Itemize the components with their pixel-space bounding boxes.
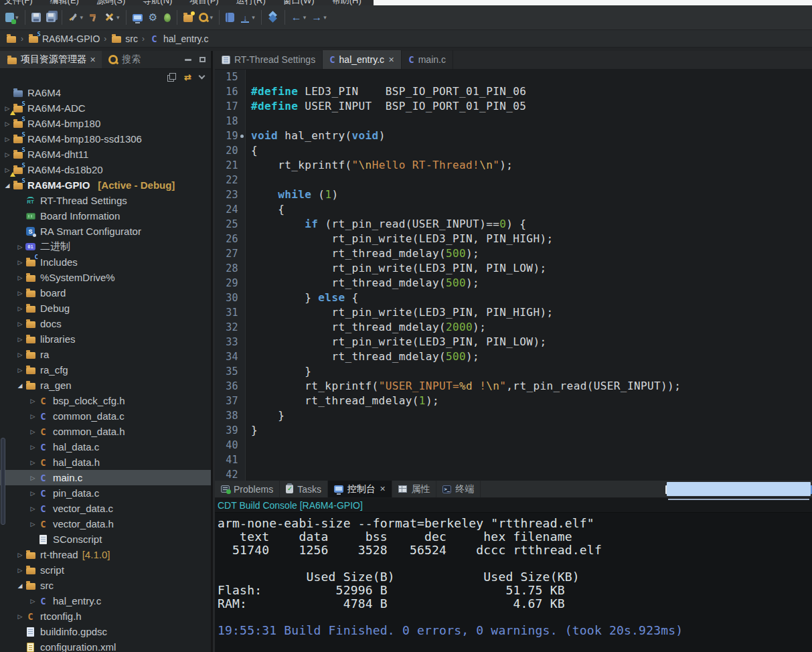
forward-button[interactable]: →▾ <box>309 9 329 26</box>
close-icon[interactable]: ✕ <box>90 56 96 64</box>
tree-item-bsp-clock-cfg-h[interactable]: ▷Cbsp_clock_cfg.h <box>0 393 211 408</box>
tree-item-ra-cfg[interactable]: ▷ra_cfg <box>0 362 211 378</box>
tab-project-explorer[interactable]: 项目资源管理器 ✕ <box>0 51 102 68</box>
menu-e[interactable]: 编辑(E) <box>50 0 79 5</box>
gear-button[interactable]: ⚙ <box>145 9 161 26</box>
console-line: Flash: 52996 B 51.75 KB <box>218 584 812 597</box>
tree-item-ra-gen[interactable]: ◢ra_gen <box>0 378 211 393</box>
collapsed-arrow-icon: ▷ <box>28 398 37 404</box>
tree-item-src[interactable]: ◢src <box>0 578 211 593</box>
tree-scrollbar[interactable] <box>1 438 5 525</box>
bug-button[interactable] <box>161 9 173 26</box>
tree-item-includes[interactable]: ▷CIncludes <box>0 254 211 270</box>
menu-n[interactable]: 导航(N) <box>143 0 172 5</box>
tree-item-libraries[interactable]: ▷libraries <box>0 331 211 347</box>
build-button[interactable]: ▾ <box>66 9 86 26</box>
breadcrumb-item-hal-entry-c[interactable]: Chal_entry.c <box>149 33 208 44</box>
breadcrumb-item-root[interactable] <box>5 33 17 44</box>
tree-item-vector-data-h[interactable]: ▷Cvector_data.h <box>0 516 211 532</box>
console-tab-problems[interactable]: Problems <box>215 481 280 497</box>
tree-item-sconscript[interactable]: SConscript <box>0 532 211 547</box>
tree-item-ra6m4[interactable]: RA6M4 <box>0 85 211 100</box>
editor-tab-hal-entry-c[interactable]: Chal_entry.c✕ <box>323 50 402 69</box>
tree-item-ra6m4-gpio[interactable]: ◢SRA6M4-GPIO[Active - Debug] <box>0 177 211 193</box>
tree-item-ra6m4-dht11[interactable]: ▷SRA6M4-dht11 <box>0 147 211 162</box>
tree-item-board-information[interactable]: Board Information <box>0 208 211 224</box>
close-icon[interactable]: ✕ <box>380 485 386 493</box>
menu-h[interactable]: 帮助(H) <box>332 0 361 5</box>
tree-item-board[interactable]: ▷board <box>0 285 211 301</box>
tree-item-pin-data-c[interactable]: ▷Cpin_data.c <box>0 485 211 501</box>
tree-item-rt-thread-settings[interactable]: RTRT-Thread Settings <box>0 193 211 208</box>
back-button[interactable]: ←▾ <box>289 9 309 26</box>
tree-item-hal-entry-c[interactable]: ▷Chal_entry.c <box>0 593 211 608</box>
tree-item-common-data-h[interactable]: ▷Ccommon_data.h <box>0 424 211 439</box>
open-project-button[interactable] <box>181 9 195 26</box>
debug-monitor-button[interactable] <box>130 9 145 26</box>
menu-f[interactable]: 文件(F) <box>4 0 33 5</box>
tree-item-docs[interactable]: ▷docs <box>0 316 211 331</box>
new-file-button[interactable]: ▾ <box>3 9 21 26</box>
console-tab-item[interactable]: >_终端 <box>436 481 481 497</box>
tree-item-ra6m4-ds18b20[interactable]: ▷SRA6M4-ds18b20 <box>0 162 211 177</box>
console-tab-item[interactable]: 属性 <box>392 481 436 497</box>
tools-button[interactable]: ▾ <box>102 9 123 26</box>
line-number: 17 <box>215 99 246 114</box>
search-tool-button[interactable]: ▾ <box>195 9 216 26</box>
display-button[interactable]: ▾ <box>789 486 802 493</box>
console-output[interactable]: arm-none-eabi-size --format=berkeley "rt… <box>215 513 812 637</box>
tree-item-ra6m4-bmp180-ssd1306[interactable]: ▷SRA6M4-bmp180-ssd1306 <box>0 131 211 147</box>
maximize-view-icon[interactable] <box>199 57 206 62</box>
tree-item-buildinfo-gpdsc[interactable]: buildinfo.gpdsc <box>0 624 211 639</box>
tree-item-decoration: [4.1.0] <box>82 549 110 560</box>
console-tab-item[interactable]: 控制台✕ <box>328 481 392 497</box>
tree-item-script[interactable]: ▷script <box>0 562 211 578</box>
proj-icon: S <box>12 134 23 145</box>
editor-tab-rt-thread-settings[interactable]: RT-Thread Settings <box>215 50 323 69</box>
tree-item-main-c[interactable]: ▷Cmain.c <box>0 470 211 485</box>
tree-item-rt-thread[interactable]: ▷rt-thread[4.1.0] <box>0 547 211 562</box>
tree-item-rtconfig-h[interactable]: ▷Crtconfig.h <box>0 608 211 624</box>
tree-item-hal-data-h[interactable]: ▷Chal_data.h <box>0 455 211 470</box>
code-text: rt_pin_write(LED3_PIN, PIN_HIGH); <box>246 305 553 320</box>
breadcrumb-item-src[interactable]: src <box>110 33 138 44</box>
save-button[interactable] <box>29 9 44 26</box>
tab-search[interactable]: 搜索 <box>102 51 147 68</box>
close-icon[interactable]: ✕ <box>388 56 394 64</box>
collapse-all-icon[interactable] <box>167 73 176 82</box>
layers-button[interactable] <box>265 9 281 26</box>
breadcrumb-item-ra6m4-gpio[interactable]: SRA6M4-GPIO <box>27 33 100 44</box>
tree-item-ra6m4-adc[interactable]: ▷SRA6M4-ADC <box>0 100 211 116</box>
editor-tab-main-c[interactable]: Cmain.c <box>402 50 453 69</box>
tree-item-label: ra_gen <box>40 380 72 391</box>
console-tab-label: Problems <box>234 484 273 495</box>
link-with-editor-icon[interactable]: ⇄ <box>184 72 191 82</box>
download-button[interactable]: ↓▾ <box>237 9 258 26</box>
code-line: 18 <box>215 114 812 129</box>
menu-r[interactable]: 运行(R) <box>236 0 266 5</box>
tree-item-item[interactable]: ▷01二进制 <box>0 239 211 254</box>
tree-item-hal-data-c[interactable]: ▷Chal_data.c <box>0 439 211 455</box>
tree-item-debug[interactable]: ▷Debug <box>0 301 211 316</box>
tree-item-configuration-xml[interactable]: configuration.xml <box>0 639 211 652</box>
editor-viewport[interactable]: 1516#define LED3_PIN BSP_IO_PORT_01_PIN_… <box>215 70 812 481</box>
minimize-view-icon[interactable] <box>185 59 191 61</box>
menu-s[interactable]: 源码(S) <box>96 0 125 5</box>
tree-item-common-data-c[interactable]: ▷Ccommon_data.c <box>0 408 211 424</box>
tree-item-systemdrive[interactable]: ▷%SystemDrive% <box>0 270 211 285</box>
tree-item-ra6m4-bmp180[interactable]: ▷SRA6M4-bmp180 <box>0 116 211 131</box>
tree-item-label: RA6M4-bmp180-ssd1306 <box>27 133 142 145</box>
tree-item-vector-data-c[interactable]: ▷Cvector_data.c <box>0 501 211 516</box>
tree-item-ra-smart-configurator[interactable]: SRA Smart Configurator <box>0 224 211 239</box>
hammer-button[interactable] <box>86 9 102 26</box>
tree-item-ra[interactable]: ▷ra <box>0 347 211 362</box>
view-menu-icon[interactable] <box>199 73 206 80</box>
dropdown-caret-icon: ▾ <box>303 14 307 21</box>
save-all-button[interactable] <box>44 9 58 26</box>
console-tab-tasks[interactable]: Tasks <box>280 481 328 497</box>
menu-p[interactable]: 项目(P) <box>189 0 218 5</box>
line-number: 26 <box>215 232 246 246</box>
book-button[interactable] <box>223 9 237 26</box>
toolbar-separator <box>219 10 220 25</box>
menu-w[interactable]: 窗口(W) <box>283 0 315 5</box>
